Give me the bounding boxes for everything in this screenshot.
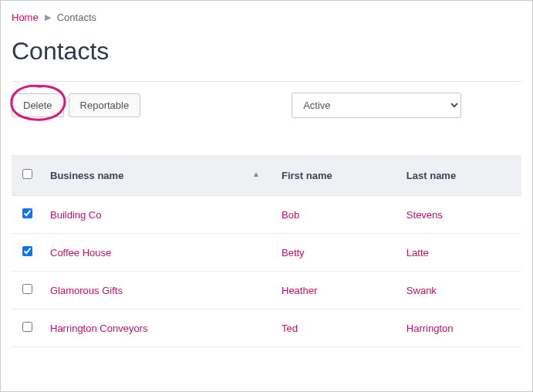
header-business-label: Business name: [50, 170, 123, 181]
last-name-link[interactable]: Harrington: [406, 323, 454, 334]
select-all-checkbox[interactable]: [22, 169, 32, 179]
table-row: Harrington ConveyorsTedHarrington: [12, 309, 521, 347]
table-row: Glamorous GiftsHeatherSwank: [12, 272, 521, 309]
business-name-cell: Coffee House: [42, 234, 274, 272]
business-name-cell: Harrington Conveyors: [42, 309, 274, 347]
status-filter-select[interactable]: Active: [292, 93, 461, 118]
sort-ascending-icon: ▲: [252, 170, 260, 178]
first-name-link[interactable]: Ted: [282, 323, 298, 334]
last-name-link[interactable]: Swank: [406, 285, 437, 296]
business-name-link[interactable]: Building Co: [50, 209, 102, 221]
last-name-cell: Latte: [399, 234, 521, 272]
business-name-cell: Glamorous Gifts: [42, 272, 274, 309]
last-name-link[interactable]: Stevens: [406, 209, 443, 221]
row-checkbox-cell: [12, 234, 42, 272]
first-name-link[interactable]: Heather: [282, 285, 317, 296]
breadcrumb-home[interactable]: Home: [12, 12, 39, 23]
row-checkbox[interactable]: [22, 322, 32, 332]
header-last-name[interactable]: Last name: [399, 155, 521, 196]
business-name-link[interactable]: Glamorous Gifts: [50, 285, 123, 296]
row-checkbox[interactable]: [22, 284, 32, 294]
row-checkbox-cell: [12, 272, 42, 309]
last-name-cell: Harrington: [399, 309, 521, 347]
business-name-link[interactable]: Harrington Conveyors: [50, 323, 147, 334]
row-checkbox[interactable]: [22, 208, 32, 218]
first-name-cell: Ted: [274, 309, 399, 347]
first-name-cell: Bob: [274, 196, 399, 234]
first-name-cell: Betty: [274, 234, 399, 272]
last-name-cell: Swank: [399, 272, 521, 309]
header-select-all: [12, 155, 42, 196]
last-name-cell: Stevens: [399, 196, 521, 234]
toolbar: Delete Reportable Active: [12, 93, 521, 118]
first-name-link[interactable]: Bob: [282, 209, 299, 221]
reportable-button[interactable]: Reportable: [69, 93, 141, 117]
row-checkbox-cell: [12, 309, 42, 347]
breadcrumb-current: Contacts: [57, 12, 96, 23]
last-name-link[interactable]: Latte: [406, 247, 429, 259]
table-row: Building CoBobStevens: [12, 196, 521, 234]
first-name-cell: Heather: [274, 272, 399, 309]
row-checkbox[interactable]: [22, 246, 32, 256]
header-first-name[interactable]: First name: [274, 155, 399, 196]
divider: [12, 81, 521, 82]
delete-button[interactable]: Delete: [12, 93, 64, 117]
first-name-link[interactable]: Betty: [282, 247, 305, 259]
page-title: Contacts: [12, 37, 521, 66]
business-name-link[interactable]: Coffee House: [50, 247, 111, 259]
header-business-name[interactable]: Business name ▲: [42, 155, 274, 196]
breadcrumb: Home ▶ Contacts: [12, 8, 521, 26]
business-name-cell: Building Co: [42, 196, 274, 234]
row-checkbox-cell: [12, 196, 42, 234]
contacts-table: Business name ▲ First name Last name Bui…: [12, 155, 521, 347]
table-row: Coffee HouseBettyLatte: [12, 234, 521, 272]
chevron-right-icon: ▶: [45, 12, 51, 22]
